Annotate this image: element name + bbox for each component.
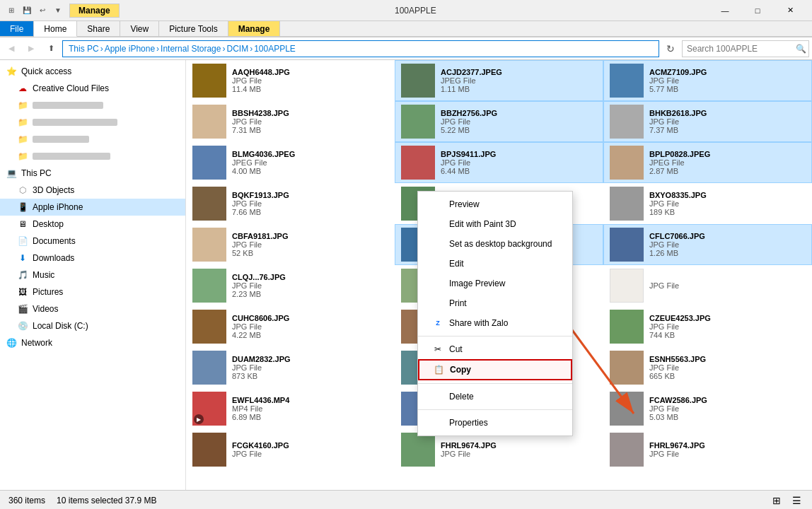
path-storage[interactable]: Internal Storage (161, 44, 221, 54)
file-item[interactable]: FHRL9674.JPG JPG File (603, 429, 812, 470)
file-item[interactable]: CBFA9181.JPG JPG File 52 KB (186, 224, 395, 265)
file-item[interactable]: BPLP0828.JPEG JPEG File 2.87 MB (603, 142, 812, 183)
tab-manage[interactable]: Manage (228, 21, 281, 36)
title-bar-icons: ⊞ 💾 ↩ ▼ (6, 5, 64, 16)
sidebar-item-pictures[interactable]: 🖼 Pictures (0, 283, 185, 300)
sidebar-item-music[interactable]: 🎵 Music (0, 267, 185, 283)
minimize-button[interactable]: — (709, 0, 741, 21)
file-item[interactable]: BHKB2618.JPG JPG File 7.37 MB (603, 101, 812, 142)
tab-file[interactable]: File (0, 21, 34, 36)
ctx-edit[interactable]: Edit (418, 254, 572, 274)
path-iphone[interactable]: Apple iPhone (105, 44, 155, 54)
file-item[interactable]: CFLC7066.JPG JPG File 1.26 MB (603, 224, 812, 265)
file-item[interactable]: FCGK4160.JPG JPG File (186, 429, 395, 470)
sidebar-item-3dobjects[interactable]: ⬡ 3D Objects (0, 182, 185, 199)
file-item[interactable]: ACMZ7109.JPG JPG File 5.77 MB (603, 60, 812, 101)
tab-home[interactable]: Home (34, 21, 77, 37)
sidebar-item-blurred4[interactable]: 📁 (0, 148, 185, 165)
sidebar-item-creativecloud[interactable]: ☁ Creative Cloud Files (0, 80, 185, 97)
up-button[interactable]: ⬆ (42, 40, 59, 57)
sidebar-item-blurred2[interactable]: 📁 (0, 114, 185, 131)
music-icon: 🎵 (17, 269, 28, 281)
ctx-print[interactable]: Print (418, 293, 572, 313)
manage-tab[interactable]: Manage (69, 4, 120, 18)
sidebar-label-quickaccess: Quick access (21, 66, 71, 76)
ctx-delete[interactable]: Delete (418, 387, 572, 406)
file-thumbnail (192, 433, 226, 467)
undo-icon: ↩ (37, 5, 48, 16)
sidebar-item-localdisk[interactable]: 💿 Local Disk (C:) (0, 317, 185, 334)
sidebar-item-thispc[interactable]: 💻 This PC (0, 165, 185, 182)
address-path[interactable]: This PC › Apple iPhone › Internal Storag… (62, 40, 659, 57)
ctx-cut[interactable]: ✂ Cut (418, 339, 572, 359)
large-icons-view-button[interactable]: ⊞ (770, 493, 784, 508)
sidebar-label-downloads: Downloads (33, 253, 74, 263)
delete-icon (432, 391, 443, 402)
file-item[interactable]: BXYO8335.JPG JPG File 189 KB (603, 183, 812, 224)
ctx-copy[interactable]: 📋 Copy (418, 359, 572, 380)
sidebar-item-network[interactable]: 🌐 Network (0, 334, 185, 351)
ctx-label-print: Print (449, 298, 467, 308)
file-thumbnail (192, 351, 226, 385)
file-size: 5.03 MB (649, 413, 806, 421)
file-item[interactable]: DUAM2832.JPG JPG File 873 KB (186, 347, 395, 388)
file-item[interactable]: ESNH5563.JPG JPG File 665 KB (603, 347, 812, 388)
sidebar-item-desktop[interactable]: 🖥 Desktop (0, 216, 185, 233)
sidebar-item-documents[interactable]: 📄 Documents (0, 233, 185, 250)
file-name: ESNH5563.JPG (649, 355, 806, 363)
path-dcim[interactable]: DCIM (226, 44, 248, 54)
file-item[interactable]: BQKF1913.JPG JPG File 7.66 MB (186, 183, 395, 224)
file-thumbnail (401, 105, 435, 139)
ctx-preview[interactable]: Preview (418, 194, 572, 214)
file-item[interactable]: JPG File (603, 265, 812, 306)
file-item[interactable]: BBSH4238.JPG JPG File 7.31 MB (186, 101, 395, 142)
path-thispc[interactable]: This PC (69, 44, 99, 54)
search-box[interactable]: 🔍 (682, 40, 809, 57)
sidebar-item-downloads[interactable]: ⬇ Downloads (0, 250, 185, 267)
file-thumbnail (192, 146, 226, 180)
file-name: CZEUE4253.JPG (649, 314, 806, 322)
sidebar-item-blurred3[interactable]: 📁 (0, 131, 185, 148)
ctx-desktop-bg[interactable]: Set as desktop background (418, 234, 572, 254)
file-item[interactable]: FCAW2586.JPG JPG File 5.03 MB (603, 388, 812, 429)
file-item-ewfl[interactable]: ▶ EWFL4436.MP4 MP4 File 6.89 MB (186, 388, 395, 429)
tab-view[interactable]: View (120, 21, 159, 36)
ctx-share-zalo[interactable]: Z Share with Zalo (418, 313, 572, 333)
file-item[interactable]: CLQJ...76.JPG JPG File 2.23 MB (186, 265, 395, 306)
file-item[interactable]: AAQH6448.JPG JPG File 11.4 MB (186, 60, 395, 101)
details-view-button[interactable]: ☰ (789, 493, 804, 508)
file-name: AAQH6448.JPG (232, 68, 388, 76)
file-type: JPG File (649, 404, 806, 413)
file-item[interactable]: BBZH2756.JPG JPG File 5.22 MB (395, 101, 603, 142)
forward-button[interactable]: ▶ (23, 40, 40, 57)
back-button[interactable]: ◀ (3, 40, 20, 57)
file-type: JPG File (441, 450, 597, 458)
maximize-button[interactable]: □ (741, 0, 774, 21)
file-thumbnail (610, 351, 644, 385)
ctx-label-share-zalo: Share with Zalo (449, 318, 508, 328)
search-input[interactable] (687, 44, 793, 54)
close-button[interactable]: ✕ (774, 0, 806, 21)
file-item[interactable]: BLMG4036.JPEG JPEG File 4.00 MB (186, 142, 395, 183)
file-item[interactable]: CUHC8606.JPG JPG File 4.22 MB (186, 306, 395, 347)
sidebar-item-iphone[interactable]: 📱 Apple iPhone (0, 199, 185, 216)
sidebar-label-pictures: Pictures (33, 287, 63, 297)
ctx-image-preview[interactable]: Image Preview (418, 274, 572, 293)
file-name: EWFL4436.MP4 (232, 396, 388, 404)
file-item[interactable]: ACJD2377.JPEG JPEG File 1.11 MB (395, 60, 603, 101)
file-size: 189 KB (649, 208, 806, 216)
tab-picture-tools[interactable]: Picture Tools (159, 21, 228, 36)
tab-share[interactable]: Share (77, 21, 120, 36)
sidebar-item-videos[interactable]: 🎬 Videos (0, 300, 185, 317)
path-folder[interactable]: 100APPLE (254, 44, 296, 54)
file-item[interactable]: CZEUE4253.JPG JPG File 744 KB (603, 306, 812, 347)
copy-icon: 📋 (433, 364, 444, 375)
save-icon: 💾 (21, 5, 33, 16)
sidebar-item-blurred1[interactable]: 📁 (0, 97, 185, 114)
ctx-paint3d[interactable]: Edit with Paint 3D (418, 214, 572, 234)
refresh-button[interactable]: ↻ (662, 40, 679, 57)
file-thumbnail (192, 310, 226, 344)
ctx-properties[interactable]: Properties (418, 413, 572, 433)
sidebar-item-quickaccess[interactable]: ⭐ Quick access (0, 63, 185, 80)
file-item[interactable]: BPJS9411.JPG JPG File 6.44 MB (395, 142, 603, 183)
